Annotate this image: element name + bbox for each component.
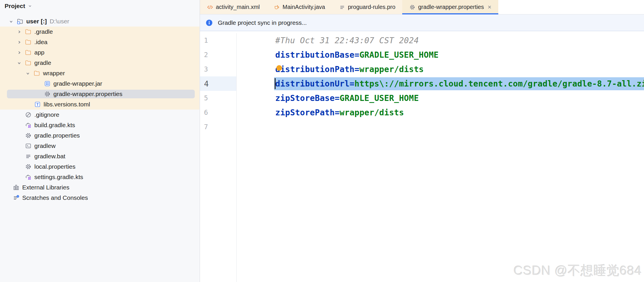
svg-text:K: K — [29, 177, 30, 180]
tree-item-scratches-and-consoles[interactable]: Scratches and Consoles — [0, 193, 199, 203]
tree-item-idea-folder[interactable]: .idea — [0, 37, 199, 47]
ignored-file-icon — [25, 111, 32, 118]
tree-item-user-root[interactable]: user [:] D:\user — [0, 16, 199, 27]
tree-item-label: External Libraries — [22, 184, 69, 191]
tree-item-label: gradle — [34, 59, 51, 66]
xml-file-icon — [207, 4, 213, 10]
terminal-script-icon — [25, 142, 32, 149]
tree-item-label: user [:] — [26, 18, 47, 25]
info-icon — [205, 19, 213, 27]
code-line-7: 7 — [200, 120, 644, 134]
gear-icon — [44, 91, 51, 97]
tree-item-label: app — [34, 49, 44, 56]
tree-item-label: build.gradle.kts — [34, 122, 75, 129]
toml-file-icon: T — [34, 101, 41, 108]
tab-mainactivity-java[interactable]: MainActivity.java — [267, 0, 332, 14]
tree-item-app-folder[interactable]: app — [0, 47, 199, 58]
property-key: distributionPath — [275, 65, 355, 74]
line-number: 6 — [204, 109, 208, 116]
chevron-right-icon[interactable] — [17, 50, 21, 55]
folder-icon — [25, 49, 32, 56]
chevron-down-icon[interactable] — [17, 61, 21, 65]
tree-item-external-libraries[interactable]: External Libraries — [0, 182, 199, 193]
chevron-down-icon[interactable] — [28, 4, 32, 8]
gradle-kts-file-icon: K — [25, 174, 32, 181]
selected-text: distributionUrl=https\://mirrors.cloud.t… — [274, 77, 644, 90]
tree-item-gitignore[interactable]: .gitignore — [0, 110, 199, 120]
tree-item-libs-versions-toml[interactable]: T libs.versions.toml — [0, 99, 199, 110]
project-tree: user [:] D:\user .gradle .idea — [0, 16, 199, 203]
editor-tab-bar: activity_main.xml MainActivity.java prog… — [200, 0, 644, 14]
tree-item-label: wrapper — [43, 70, 65, 77]
notification-text: Gradle project sync in progress... — [218, 19, 307, 26]
line-number-current: 4 — [204, 79, 209, 88]
property-value: GRADLE_USER_HOME — [340, 93, 419, 103]
text-file-icon — [339, 4, 345, 10]
tree-item-gradlew-bat[interactable]: gradlew.bat — [0, 151, 199, 161]
editor-area: activity_main.xml MainActivity.java prog… — [200, 0, 644, 282]
gear-icon — [25, 163, 32, 170]
tree-item-gradle-wrapper-properties[interactable]: gradle-wrapper.properties — [0, 89, 199, 99]
folder-icon — [25, 28, 32, 35]
intention-bulb-icon[interactable] — [276, 65, 282, 71]
tree-item-label: libs.versions.toml — [44, 101, 90, 108]
tree-item-label: .gradle — [34, 28, 53, 35]
tree-item-gradle-properties[interactable]: gradle.properties — [0, 130, 199, 141]
tree-item-gradle-wrapper-jar[interactable]: gradle-wrapper.jar — [0, 78, 199, 89]
gradle-sync-notification-bar: Gradle project sync in progress... — [200, 14, 644, 31]
equals-sign: = — [335, 108, 340, 117]
tree-item-label: settings.gradle.kts — [34, 174, 83, 181]
tree-item-label: gradlew — [34, 142, 56, 149]
chevron-down-icon[interactable] — [25, 71, 30, 76]
property-key: zipStoreBase — [275, 93, 335, 103]
tree-item-local-properties[interactable]: local.properties — [0, 161, 199, 172]
line-number: 5 — [204, 94, 208, 102]
tree-item-settings-gradle-kts[interactable]: K settings.gradle.kts — [0, 172, 199, 182]
property-value: wrapper/dists — [340, 108, 404, 117]
code-line-4: 4 distributionUrl=https\://mirrors.cloud… — [200, 76, 644, 91]
tab-label: gradle-wrapper.properties — [418, 4, 484, 10]
tree-item-gradle-dot-folder[interactable]: .gradle — [0, 27, 199, 37]
code-comment: #Thu Oct 31 22:43:07 CST 2024 — [275, 36, 419, 45]
folder-icon — [33, 70, 40, 77]
tab-activity-main-xml[interactable]: activity_main.xml — [200, 0, 267, 14]
tree-item-build-gradle-kts[interactable]: K build.gradle.kts — [0, 120, 199, 130]
equals-sign: = — [335, 93, 340, 103]
tree-item-label: gradle-wrapper.properties — [53, 91, 122, 97]
code-editor[interactable]: 1 #Thu Oct 31 22:43:07 CST 2024 2 distri… — [200, 31, 644, 282]
tree-item-label: .idea — [34, 39, 48, 46]
project-panel-title[interactable]: Project — [5, 3, 25, 10]
equals-sign: = — [349, 79, 354, 89]
close-icon[interactable]: × — [488, 4, 491, 10]
tree-item-gradle-folder[interactable]: gradle — [0, 58, 199, 68]
tree-item-path: D:\user — [50, 18, 69, 25]
line-number: 7 — [204, 123, 208, 131]
line-number: 2 — [204, 51, 208, 59]
property-key: distributionUrl — [275, 79, 349, 89]
libraries-icon — [13, 184, 20, 191]
code-line-1: 1 #Thu Oct 31 22:43:07 CST 2024 — [200, 33, 644, 48]
code-line-5: 5 zipStoreBase=GRADLE_USER_HOME — [200, 91, 644, 105]
tab-proguard-rules-pro[interactable]: proguard-rules.pro — [332, 0, 402, 14]
tree-item-wrapper-folder[interactable]: wrapper — [0, 68, 199, 78]
property-value: https\://mirrors.cloud.tencent.com/gradl… — [355, 79, 644, 89]
chevron-right-icon[interactable] — [17, 40, 21, 44]
property-value: GRADLE_USER_HOME — [360, 50, 439, 60]
java-cup-icon — [274, 4, 280, 10]
text-file-icon — [25, 153, 32, 160]
tab-gradle-wrapper-properties[interactable]: gradle-wrapper.properties × — [402, 0, 498, 14]
project-tool-window: Project user [:] D:\user — [0, 0, 200, 282]
chevron-right-icon[interactable] — [17, 29, 21, 34]
equals-sign: = — [355, 65, 360, 74]
folder-icon — [25, 39, 32, 46]
folder-icon — [25, 59, 32, 66]
equals-sign: = — [355, 50, 360, 60]
tree-item-label: Scratches and Consoles — [22, 194, 88, 201]
code-line-3: 3 distributionPath=wrapper/dists — [200, 62, 644, 76]
property-value: wrapper/dists — [360, 65, 424, 74]
chevron-down-icon[interactable] — [9, 19, 13, 24]
tree-item-gradlew[interactable]: gradlew — [0, 141, 199, 151]
gradle-kts-file-icon: K — [25, 122, 32, 129]
svg-text:T: T — [36, 103, 39, 107]
tree-item-label: gradlew.bat — [34, 153, 65, 160]
